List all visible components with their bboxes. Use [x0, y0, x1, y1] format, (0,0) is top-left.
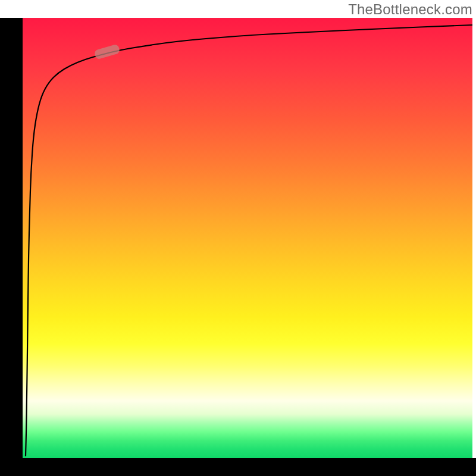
svg-rect-0 [94, 44, 121, 60]
curve-marker [94, 44, 121, 60]
watermark-text: TheBottleneck.com [348, 1, 472, 18]
y-axis-bar [0, 18, 23, 458]
curve-path [26, 25, 472, 456]
chart-frame: TheBottleneck.com [0, 0, 476, 476]
plot-area [23, 18, 472, 458]
curve-layer [23, 18, 472, 458]
x-axis-bar [0, 458, 476, 476]
